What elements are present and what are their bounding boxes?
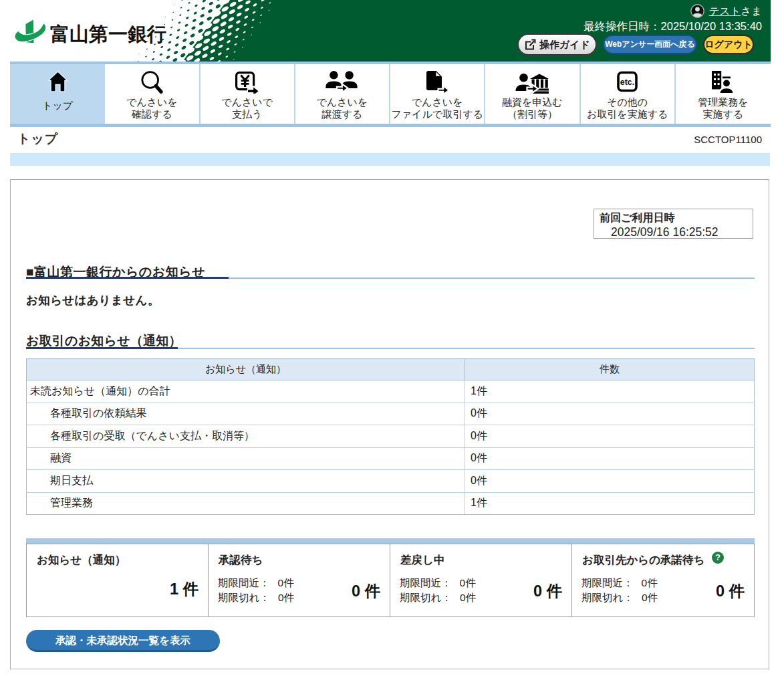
svg-text:etc.: etc. bbox=[620, 78, 635, 87]
